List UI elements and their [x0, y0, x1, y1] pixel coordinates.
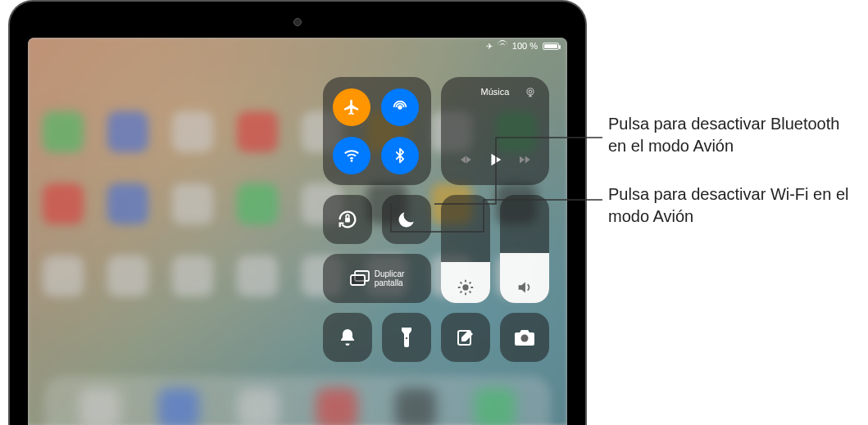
camera-button[interactable] — [500, 313, 549, 362]
svg-point-1 — [351, 160, 353, 162]
screen-mirroring-label: Duplicar pantalla — [375, 269, 405, 287]
callout-bluetooth: Pulsa para desactivar Bluetooth en el mo… — [608, 113, 862, 157]
compose-icon — [456, 328, 475, 347]
wifi-icon — [343, 147, 361, 165]
status-battery-text: 100 % — [512, 41, 538, 51]
airplay-icon[interactable] — [525, 87, 536, 98]
flashlight-button[interactable] — [382, 313, 431, 362]
screen-mirroring-button[interactable]: Duplicar pantalla — [323, 254, 431, 303]
svg-point-16 — [406, 337, 408, 340]
status-battery-icon — [543, 43, 559, 50]
do-not-disturb-toggle[interactable] — [382, 195, 431, 244]
svg-rect-4 — [345, 218, 350, 223]
svg-line-12 — [460, 292, 461, 293]
screen: ✈ 100 % — [28, 38, 567, 425]
screen-mirroring-icon — [350, 270, 370, 287]
music-title: Música — [481, 87, 510, 97]
brightness-slider[interactable] — [441, 195, 490, 303]
svg-point-2 — [527, 88, 534, 95]
airplane-mode-toggle[interactable] — [333, 88, 370, 126]
svg-line-13 — [470, 282, 471, 283]
orientation-lock-icon — [336, 208, 359, 231]
airdrop-toggle[interactable] — [381, 88, 419, 126]
bell-icon — [338, 328, 357, 347]
airplane-icon — [343, 98, 361, 116]
wifi-toggle[interactable] — [333, 137, 370, 174]
callout-wifi: Pulsa para desactivar Wi-Fi en el modo A… — [608, 183, 862, 228]
airdrop-icon — [391, 98, 409, 116]
svg-line-11 — [470, 292, 471, 293]
status-bar: ✈ 100 % — [486, 41, 559, 51]
volume-slider[interactable] — [500, 195, 549, 303]
svg-point-18 — [521, 335, 529, 342]
ipad-device-frame: ✈ 100 % — [8, 0, 587, 425]
camera-icon — [514, 328, 535, 346]
front-camera — [293, 18, 302, 26]
music-prev-button[interactable] — [458, 152, 473, 167]
brightness-icon — [457, 278, 475, 296]
bluetooth-toggle[interactable] — [381, 137, 419, 174]
status-wifi-icon — [498, 42, 507, 50]
control-center: Música — [323, 77, 552, 362]
svg-point-3 — [529, 90, 532, 93]
music-widget[interactable]: Música — [441, 77, 549, 185]
music-next-button[interactable] — [517, 152, 532, 167]
volume-icon — [516, 278, 534, 296]
notes-quicknote-button[interactable] — [441, 313, 490, 362]
orientation-lock-toggle[interactable] — [323, 195, 372, 244]
moon-icon — [396, 209, 417, 230]
music-play-button[interactable] — [486, 151, 504, 169]
svg-point-0 — [398, 105, 402, 110]
connectivity-group[interactable] — [323, 77, 431, 185]
status-airplane-icon: ✈ — [486, 42, 493, 51]
flashlight-icon — [398, 327, 415, 348]
svg-rect-15 — [351, 275, 365, 285]
svg-line-10 — [460, 282, 461, 283]
silent-mode-toggle[interactable] — [323, 313, 372, 362]
svg-point-5 — [462, 284, 468, 290]
bluetooth-icon — [392, 147, 408, 164]
